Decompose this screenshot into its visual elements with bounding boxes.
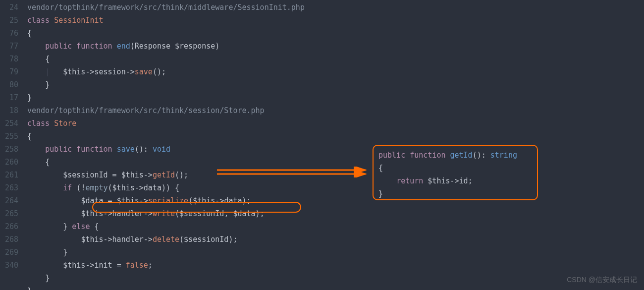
line-number: 340 [0,259,18,272]
line-number: 18 [0,104,18,117]
callout-line: return $this->id; [378,174,532,187]
code-editor: 2425767778798017182542552582602612632642… [0,0,644,290]
code-line: public function save(): void [27,143,644,156]
code-area[interactable]: vendor/topthink/framework/src/think/midd… [27,1,644,290]
callout-line: } [378,187,532,200]
line-number: 258 [0,143,18,156]
line-number: 266 [0,220,18,233]
code-line: } [27,272,644,285]
line-number: 268 [0,233,18,246]
line-number: 261 [0,169,18,181]
line-number: 80 [0,78,18,91]
code-line: | $this->session->save(); [27,65,644,78]
code-line: $this->handler->write($sessionId, $data)… [27,207,644,220]
code-line: } [27,246,644,259]
code-line: $this->init = false; [27,259,644,272]
code-line: $sessionId = $this->getId(); [27,169,644,181]
code-line: $data = $this->serialize($this->data); [27,194,644,207]
code-line: { [27,130,644,143]
line-number: 17 [0,91,18,104]
line-number-gutter: 2425767778798017182542552582602612632642… [0,1,27,290]
callout-code-box: public function getId(): string{ return … [373,145,538,200]
code-line: vendor/topthink/framework/src/think/sess… [27,104,644,117]
code-line: } [27,78,644,91]
line-number: 263 [0,181,18,194]
watermark: CSDN @信安成长日记 [567,273,637,286]
code-line: { [27,156,644,169]
code-line: } [27,285,644,290]
line-number: 264 [0,194,18,207]
line-number: 269 [0,246,18,259]
code-line: } [27,91,644,104]
line-number: 265 [0,207,18,220]
line-number: 77 [0,40,18,53]
code-line: public function end(Response $response) [27,40,644,53]
code-line: { [27,53,644,65]
line-number: 76 [0,27,18,40]
callout-line: public function getId(): string [378,149,532,162]
line-number: 79 [0,65,18,78]
line-number: 25 [0,14,18,27]
code-line: } else { [27,220,644,233]
code-line: class SessionInit [27,14,644,27]
code-line: { [27,27,644,40]
line-number: 78 [0,53,18,65]
callout-line: { [378,162,532,174]
line-number: 255 [0,130,18,143]
code-line: class Store [27,117,644,130]
code-line: vendor/topthink/framework/src/think/midd… [27,1,644,14]
line-number: 254 [0,117,18,130]
line-number: 260 [0,156,18,169]
line-number: 24 [0,1,18,14]
code-line: if (!empty($this->data)) { [27,181,644,194]
code-line: $this->handler->delete($sessionId); [27,233,644,246]
